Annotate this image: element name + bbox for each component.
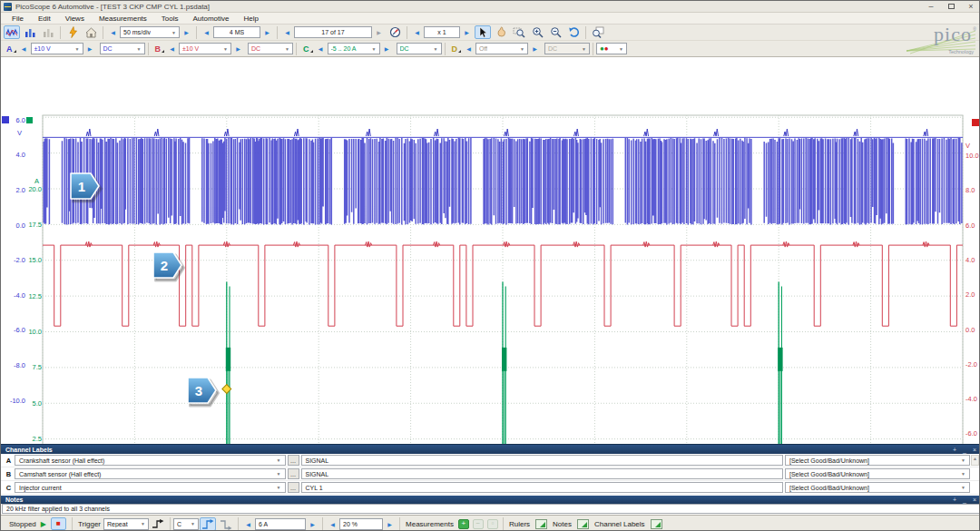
normal-selection-button[interactable] <box>475 25 491 39</box>
timebase-next-button[interactable]: ▶ <box>181 26 192 38</box>
buffer-navigator-button[interactable] <box>387 25 403 39</box>
minimize-panel-icon[interactable]: _ <box>963 447 966 453</box>
zoom-in-button[interactable] <box>529 25 545 39</box>
pretrigger-up-button[interactable]: ▶ <box>384 518 396 530</box>
buffer-next-button[interactable]: ▶ <box>373 26 385 38</box>
channel-b-menu[interactable]: B <box>155 44 164 54</box>
trigger-level-down-button[interactable]: ◀ <box>242 518 254 530</box>
channel-b-axis-marker[interactable] <box>972 119 979 126</box>
menu-tools[interactable]: Tools <box>154 13 186 25</box>
channel-b-coupling-select[interactable]: DC ▼ <box>248 43 293 54</box>
channel-d-range-prev[interactable]: ◀ <box>463 43 475 54</box>
timebase-prev-button[interactable]: ◀ <box>107 26 119 38</box>
channel-d-range-next[interactable]: ▶ <box>529 43 541 54</box>
probe-wizard-button[interactable] <box>64 25 81 39</box>
notes-input[interactable]: 20 kHz filter applied to all 3 channels <box>2 504 980 514</box>
home-settings-button[interactable] <box>83 25 99 39</box>
menu-help[interactable]: Help <box>237 13 266 25</box>
close-window-icon[interactable]: × <box>961 1 980 13</box>
channel-a-name-edit-button[interactable]: ... <box>288 455 299 466</box>
lightning-icon <box>67 26 79 38</box>
rising-edge-button[interactable] <box>200 517 216 531</box>
undo-zoom-button[interactable] <box>565 25 582 39</box>
channel-c-range-select[interactable]: -5 .. 20 A ▼ <box>328 43 380 54</box>
channel-a-range-select[interactable]: ±10 V ▼ <box>31 43 83 54</box>
trigger-source-select[interactable]: C ▼ <box>173 518 199 530</box>
samples-next-button[interactable]: ▶ <box>261 26 273 38</box>
channel-a-range-next[interactable]: ▶ <box>84 43 96 54</box>
start-capture-icon[interactable]: ▶ <box>41 520 46 528</box>
menu-file[interactable]: File <box>5 13 31 25</box>
channel-b-signal-field[interactable]: SIGNAL <box>301 468 783 479</box>
channel-c-menu[interactable]: C <box>303 44 312 54</box>
channel-c-coupling-select[interactable]: DC ▼ <box>397 43 442 54</box>
scroll-up-arrow[interactable]: ▲ <box>971 455 979 466</box>
sample-count-input[interactable]: 4 MS <box>213 26 260 38</box>
zoom-factor-prev-button[interactable]: ◀ <box>411 26 423 38</box>
channel-c-range-prev[interactable]: ◀ <box>315 43 327 54</box>
channel-c-status-select[interactable]: [Select Good/Bad/Unknown] ▼ <box>785 482 970 493</box>
channel-c-name-edit-button[interactable]: ... <box>288 482 299 493</box>
add-measurement-button[interactable]: + <box>458 519 469 529</box>
channel-c-axis-marker[interactable] <box>26 117 33 123</box>
samples-prev-button[interactable]: ◀ <box>201 26 212 38</box>
pin-panel-icon[interactable]: + <box>953 497 956 503</box>
restore-window-icon[interactable] <box>941 1 961 13</box>
persistence-view-button[interactable] <box>40 25 56 39</box>
channel-b-range-select[interactable]: ±10 V ▼ <box>179 43 231 54</box>
pretrigger-input[interactable]: 20 % <box>339 518 383 530</box>
channel-a-range-prev[interactable]: ◀ <box>18 43 30 54</box>
zoom-factor-next-button[interactable]: ▶ <box>461 26 473 38</box>
stop-capture-button[interactable]: ■ <box>51 517 66 530</box>
channel-a-axis-marker[interactable] <box>2 116 9 123</box>
channel-c-signal-field[interactable]: CYL 1 <box>301 482 783 493</box>
waveform-plot[interactable]: 6.04.02.00.0-2.0-4.0-6.0-8.0-10.0V20.017… <box>1 57 980 444</box>
zoom-overview-button[interactable] <box>590 25 606 39</box>
channel-d-menu[interactable]: D <box>452 44 461 54</box>
channel-a-signal-field[interactable]: SIGNAL <box>301 455 783 466</box>
svg-text:2.0: 2.0 <box>965 290 975 299</box>
buffer-position-display[interactable]: 17 of 17 <box>294 26 372 38</box>
spectrum-view-button[interactable] <box>22 25 38 39</box>
hand-tool-button[interactable] <box>493 25 509 39</box>
channel-b-range-prev[interactable]: ◀ <box>166 43 178 54</box>
menu-views[interactable]: Views <box>58 13 92 25</box>
channel-b-range-next[interactable]: ▶ <box>232 43 244 54</box>
close-panel-icon[interactable]: × <box>973 497 976 503</box>
pretrigger-down-button[interactable]: ◀ <box>327 518 338 530</box>
menu-automotive[interactable]: Automotive <box>186 13 237 25</box>
channel-c-range-next[interactable]: ▶ <box>381 43 393 54</box>
minimize-window-icon[interactable]: – <box>921 1 941 13</box>
channel-b-status-select[interactable]: [Select Good/Bad/Unknown] ▼ <box>785 468 970 479</box>
notes-header[interactable]: Notes + _ × <box>1 496 980 504</box>
channel-a-name-select[interactable]: Crankshaft sensor (Hall effect) ▼ <box>15 455 286 466</box>
timebase-select[interactable]: 50 ms/div ▼ <box>120 26 180 38</box>
close-panel-icon[interactable]: × <box>973 447 976 453</box>
pin-panel-icon[interactable]: + <box>953 447 956 453</box>
channel-c-name-select[interactable]: Injector current ▼ <box>15 482 286 493</box>
channel-labels-header[interactable]: Channel Labels + _ × <box>1 445 980 454</box>
rulers-toggle-icon[interactable] <box>535 519 547 529</box>
marquee-zoom-button[interactable] <box>511 25 527 39</box>
notes-toggle-icon[interactable] <box>577 519 589 529</box>
menu-edit[interactable]: Edit <box>31 13 58 25</box>
channel-a-menu[interactable]: A <box>6 44 15 54</box>
channel-b-name-edit-button[interactable]: ... <box>288 468 299 479</box>
trigger-mode-select[interactable]: Repeat ▼ <box>103 518 149 530</box>
menu-measurements[interactable]: Measurements <box>92 13 154 25</box>
buffer-prev-button[interactable]: ◀ <box>281 26 293 38</box>
channel-d-range-select[interactable]: Off ▼ <box>475 43 528 54</box>
advanced-trigger-button[interactable] <box>150 517 166 531</box>
trigger-level-up-button[interactable]: ▶ <box>307 518 318 530</box>
trigger-level-input[interactable]: 6 A <box>255 518 306 530</box>
scope-view-button[interactable] <box>4 25 20 39</box>
channel-labels-toggle-icon[interactable] <box>651 519 662 529</box>
channel-a-status-select[interactable]: [Select Good/Bad/Unknown] ▼ <box>785 455 970 466</box>
falling-edge-button[interactable] <box>218 517 234 531</box>
channel-a-coupling-select[interactable]: DC ▼ <box>100 43 145 54</box>
zoom-factor-input[interactable]: x 1 <box>424 26 460 38</box>
zoom-out-button[interactable] <box>547 25 564 39</box>
channel-b-name-select[interactable]: Camshaft sensor (Hall effect) ▼ <box>15 468 286 479</box>
minimize-panel-icon[interactable]: _ <box>963 497 966 503</box>
probe-settings-button[interactable]: ● ● ▼ <box>596 43 627 54</box>
